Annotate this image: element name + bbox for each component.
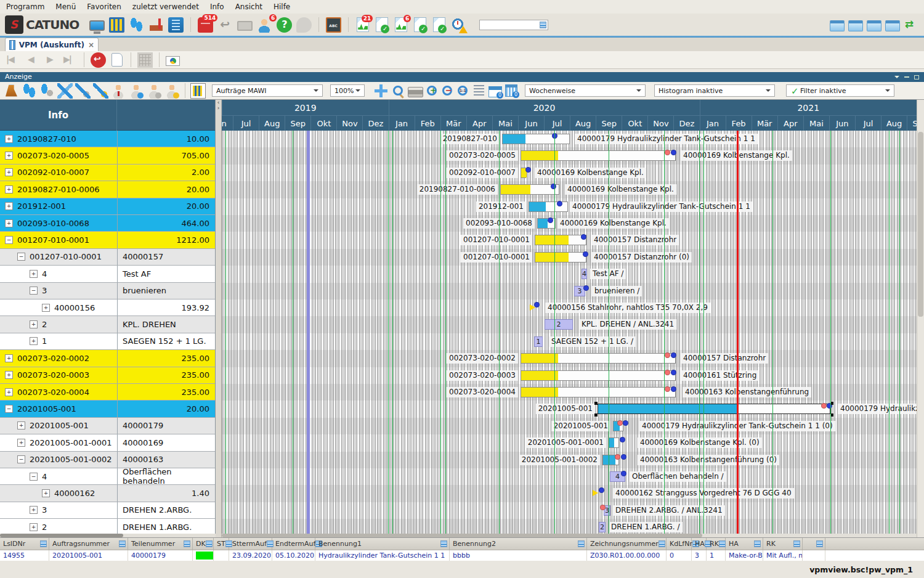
tree-row[interactable]: +3DREHEN 2.ARBG. [0, 502, 215, 519]
footprint-gray-icon[interactable] [39, 83, 55, 99]
gantt-bar[interactable]: 2 [545, 319, 573, 330]
expand-toggle-icon[interactable]: − [5, 236, 13, 244]
expand-toggle-icon[interactable]: + [30, 506, 38, 514]
expand-toggle-icon[interactable]: + [5, 152, 13, 160]
undo-icon[interactable] [217, 17, 233, 33]
gantt-bar[interactable] [609, 438, 619, 448]
server-icon[interactable] [168, 17, 184, 33]
footprints-icon[interactable] [129, 17, 144, 33]
window-icon[interactable] [867, 20, 881, 31]
view-select[interactable]: Aufträge MAWI [212, 84, 323, 97]
column-header-lsidnr[interactable]: LsIDNr [0, 538, 49, 550]
gantt-bar[interactable] [535, 235, 586, 245]
pulse-doc-icon[interactable]: 6 [395, 17, 407, 32]
zoom-select[interactable]: 100% [330, 84, 365, 97]
pane-splitter[interactable]: ‹ › [216, 100, 222, 537]
panel-minimize-icon[interactable] [904, 76, 909, 78]
back-icon[interactable] [91, 52, 106, 68]
check-doc-icon[interactable] [414, 17, 426, 32]
magnifier-icon[interactable] [391, 83, 406, 99]
timescale-select[interactable]: Wochenweise [525, 84, 646, 97]
expand-toggle-icon[interactable]: + [5, 185, 13, 193]
info-column-header[interactable]: Info [0, 100, 117, 131]
filter-icon[interactable] [659, 540, 665, 547]
tree-row[interactable]: +201912-00120.00 [0, 198, 215, 215]
screen-icon[interactable] [237, 21, 253, 31]
pulse-doc-icon[interactable]: 21 [357, 17, 369, 32]
tree-row[interactable]: −3bruenieren [0, 283, 215, 299]
person-blue-icon[interactable] [129, 83, 144, 99]
tree-row[interactable]: +4Test AF [0, 266, 215, 282]
column-header-endtermauf[interactable]: EndtermAuf [272, 538, 315, 550]
tree-row[interactable]: −001207-010-00011212.00 [0, 232, 215, 248]
printer-icon[interactable] [408, 87, 423, 97]
tree-row[interactable]: −20201005-001-000240000163 [0, 452, 215, 468]
tree-row[interactable]: +002073-020-0005705.00 [0, 147, 215, 164]
expand-toggle-icon[interactable]: − [17, 253, 25, 261]
panel-dropdown-icon[interactable] [894, 76, 899, 81]
menu-item-zuletzt-verwendet[interactable]: zuletzt verwendet [132, 2, 199, 11]
check-doc-icon[interactable] [433, 17, 445, 32]
expand-toggle-icon[interactable]: + [5, 354, 13, 362]
move-icon[interactable] [373, 83, 389, 99]
check-doc-icon[interactable] [376, 17, 388, 32]
wrenches-icon[interactable] [57, 83, 73, 99]
column-header-kdlfnr[interactable]: KdLfNr [667, 538, 692, 550]
monitor-icon[interactable] [89, 20, 105, 31]
histogram-select[interactable]: Histogram inaktive [654, 84, 775, 97]
expand-toggle-icon[interactable]: + [30, 523, 38, 531]
tree-row[interactable]: +002093-010-0068464.00 [0, 215, 215, 232]
tree-row[interactable]: +400001621.40 [0, 485, 215, 502]
selection-handle[interactable] [594, 413, 598, 417]
new-doc-icon[interactable] [111, 53, 123, 67]
expand-toggle-icon[interactable]: + [30, 320, 38, 328]
grid-btn-icon[interactable] [137, 52, 153, 68]
gantt-bar[interactable] [535, 252, 586, 263]
tab-vpm-auskunft[interactable]: VPM (Auskunft) × [5, 38, 99, 51]
tree-row[interactable]: +20201005-00140000179 [0, 418, 215, 434]
tree-row[interactable]: −20201005-00120.00 [0, 401, 215, 417]
tree-row[interactable]: +002092-010-00072.00 [0, 165, 215, 181]
selection-handle[interactable] [594, 402, 598, 405]
filter-icon[interactable] [754, 540, 761, 547]
last-icon[interactable] [62, 52, 78, 68]
expand-toggle-icon[interactable]: − [30, 287, 38, 295]
window-icon[interactable] [848, 20, 863, 31]
window-icon[interactable] [830, 20, 845, 31]
expand-toggle-icon[interactable]: + [30, 337, 38, 345]
tree-row[interactable]: +002073-020-0003235.00 [0, 367, 215, 384]
filter-select[interactable]: Filter inaktive [786, 84, 894, 97]
column-header-empty[interactable] [803, 538, 825, 550]
filter-icon[interactable] [40, 540, 47, 547]
gantt-bar[interactable]: 4 [582, 269, 587, 279]
tree-row[interactable]: +20201005-001-000140000169 [0, 434, 215, 451]
tree-row[interactable]: −4Oberflächen behandeln [0, 468, 215, 485]
wrench-gray-icon[interactable] [75, 83, 91, 99]
filter-icon[interactable] [816, 540, 823, 547]
tree-row[interactable]: +2KPL. DREHEN [0, 316, 215, 333]
person-gray-icon[interactable] [147, 83, 162, 99]
tree-row[interactable]: +2DREHEN 1.ARBG. [0, 519, 215, 534]
abc-board-icon[interactable] [326, 17, 341, 33]
tree-row[interactable]: +20190827-01010.00 [0, 131, 215, 147]
person-yellow-icon[interactable] [164, 83, 180, 99]
column-header-teilenummer[interactable]: Teilenummer [128, 538, 193, 550]
menu-item-programm[interactable]: Programm [6, 2, 44, 11]
factory-icon[interactable] [148, 17, 164, 33]
expand-toggle-icon[interactable]: + [42, 304, 50, 312]
menu-item-info[interactable]: Info [210, 2, 224, 11]
expand-toggle-icon[interactable]: − [30, 473, 38, 481]
zoom-1-1-icon[interactable] [458, 86, 468, 96]
tree-row[interactable]: +20190827-010-000620.00 [0, 181, 215, 198]
mailbox-icon[interactable]: 514 [198, 17, 213, 33]
column-header-benennung1[interactable]: Benennung1 [315, 538, 450, 550]
expand-toggle-icon[interactable]: + [5, 371, 13, 379]
first-icon[interactable] [5, 52, 20, 68]
gantt-bar[interactable] [521, 387, 676, 397]
column-header-rk[interactable]: RK [707, 538, 726, 550]
gantt-bar[interactable]: 2 [599, 522, 606, 532]
help-icon[interactable] [277, 17, 292, 33]
next-icon[interactable] [43, 52, 59, 68]
swap-icon[interactable] [904, 17, 919, 33]
menu-item-hilfe[interactable]: Hilfe [274, 2, 290, 11]
